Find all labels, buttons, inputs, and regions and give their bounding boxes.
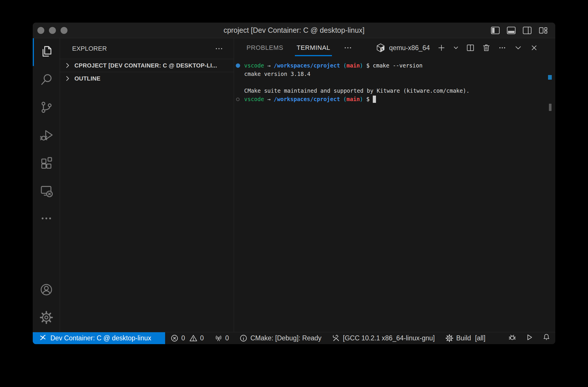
- warning-icon: [189, 334, 198, 342]
- split-terminal-icon[interactable]: [466, 43, 475, 52]
- chevron-right-icon: [64, 62, 71, 69]
- source-control-icon: [40, 101, 53, 115]
- cmake-status-label: CMake: [Debug]: Ready: [250, 334, 321, 342]
- build-target-label: [all]: [475, 334, 485, 342]
- terminal-more-actions-icon[interactable]: [498, 43, 507, 52]
- prompt-user: vscode: [244, 61, 264, 70]
- activity-bar: [33, 38, 60, 332]
- gear-icon: [445, 334, 454, 342]
- prompt-user: vscode: [244, 95, 264, 103]
- new-terminal-icon[interactable]: [437, 43, 446, 52]
- activity-accounts[interactable]: [33, 276, 60, 304]
- command-decoration-pending-icon: [236, 98, 240, 101]
- toggle-secondary-sidebar-icon[interactable]: [523, 26, 532, 34]
- sidebar-section-outline[interactable]: OUTLINE: [60, 72, 234, 85]
- prompt-branch: (main): [343, 95, 363, 103]
- typed-command: cmake --version: [373, 61, 423, 70]
- titlebar: cproject [Dev Container: C @ desktop-lin…: [33, 23, 555, 38]
- activity-run-debug[interactable]: [33, 122, 60, 149]
- panel-more-tabs-icon[interactable]: [344, 43, 352, 52]
- terminal-output-line: CMake suite maintained and supported by …: [234, 87, 555, 95]
- extensions-icon: [40, 156, 53, 171]
- cmake-build-button[interactable]: Build: [445, 334, 471, 342]
- terminal-command-line: vscode→/workspaces/cproject(main)$cmake …: [234, 61, 555, 70]
- terminal-output-line: cmake version 3.18.4: [234, 70, 555, 78]
- launch-profile-chevron-icon[interactable]: [453, 45, 459, 51]
- problems-warnings[interactable]: 0: [189, 334, 204, 342]
- tools-icon: [332, 334, 340, 342]
- error-icon: [170, 334, 179, 342]
- customize-layout-icon[interactable]: [538, 26, 548, 34]
- section-label: CPROJECT [DEV CONTAINER: C @ DESKTOP-LI.…: [74, 62, 217, 69]
- toggle-panel-icon[interactable]: [507, 26, 516, 34]
- files-icon: [40, 45, 53, 59]
- terminal-blank-line: [234, 78, 555, 87]
- prompt-branch: (main): [343, 61, 363, 70]
- panel-tab-bar: PROBLEMS TERMINAL: [234, 38, 555, 57]
- gear-icon: [40, 311, 53, 325]
- zoom-window-button[interactable]: [61, 27, 67, 34]
- vscode-window: cproject [Dev Container: C @ desktop-lin…: [33, 23, 555, 344]
- activity-source-control[interactable]: [33, 94, 60, 122]
- bug-icon[interactable]: [508, 333, 516, 343]
- kill-terminal-icon[interactable]: [482, 43, 491, 52]
- activity-search[interactable]: [33, 66, 60, 94]
- tab-problems[interactable]: PROBLEMS: [246, 38, 283, 57]
- debug-launch-play-icon[interactable]: [525, 333, 534, 343]
- prompt-symbol: $: [366, 95, 370, 103]
- remote-label: Dev Container: C @ desktop-linux: [50, 334, 151, 342]
- activity-extensions[interactable]: [33, 149, 60, 177]
- remote-indicator[interactable]: Dev Container: C @ desktop-linux: [33, 332, 165, 344]
- account-icon: [40, 283, 53, 297]
- activity-more-actions[interactable]: [33, 205, 60, 233]
- activity-settings[interactable]: [33, 304, 60, 332]
- remote-explorer-icon: [40, 184, 53, 198]
- prompt-cwd: /workspaces/cproject: [274, 95, 340, 103]
- toggle-primary-sidebar-icon[interactable]: [491, 26, 500, 34]
- error-count: 0: [181, 334, 185, 342]
- cmake-status[interactable]: CMake: [Debug]: Ready: [239, 334, 321, 342]
- warning-count: 0: [200, 334, 204, 342]
- prompt-cwd: /workspaces/cproject: [274, 61, 340, 70]
- minimize-window-button[interactable]: [49, 27, 56, 34]
- overview-ruler-command-mark: [548, 75, 552, 80]
- debug-icon: [40, 128, 53, 143]
- close-window-button[interactable]: [37, 27, 44, 34]
- prompt-arrow: →: [267, 61, 271, 70]
- terminal-cursor: [373, 96, 376, 103]
- window-controls: [37, 23, 67, 38]
- build-target[interactable]: [all]: [475, 334, 485, 342]
- search-icon: [40, 73, 53, 87]
- terminal-profile-name: qemu-x86_64: [389, 44, 430, 52]
- more-actions-icon: [40, 212, 53, 226]
- explorer-more-actions-icon[interactable]: [215, 44, 223, 53]
- notifications-bell-icon[interactable]: [542, 333, 551, 343]
- hide-panel-icon[interactable]: [514, 43, 523, 52]
- problems-errors[interactable]: 0: [170, 334, 185, 342]
- info-icon: [239, 334, 248, 342]
- radio-tower-icon: [214, 334, 223, 342]
- tab-terminal[interactable]: TERMINAL: [297, 38, 330, 57]
- bottom-panel: PROBLEMS TERMINAL: [234, 38, 555, 332]
- build-label: Build: [456, 334, 471, 342]
- activity-bar-spacer: [33, 233, 60, 276]
- sidebar-section-project[interactable]: CPROJECT [DEV CONTAINER: C @ DESKTOP-LI.…: [60, 59, 234, 72]
- remote-icon: [39, 334, 47, 343]
- kit-label: [GCC 10.2.1 x86_64-linux-gnu]: [343, 334, 435, 342]
- terminal-prompt-line: vscode→/workspaces/cproject(main)$: [234, 95, 555, 103]
- terminal-viewport[interactable]: vscode→/workspaces/cproject(main)$cmake …: [234, 57, 555, 332]
- terminal-profile[interactable]: $ qemu-x86_64: [376, 43, 430, 53]
- activity-remote-explorer[interactable]: [33, 177, 60, 205]
- activity-explorer[interactable]: [33, 38, 60, 66]
- cmake-kit[interactable]: [GCC 10.2.1 x86_64-linux-gnu]: [332, 334, 435, 342]
- close-panel-icon[interactable]: [530, 43, 538, 52]
- status-bar: Dev Container: C @ desktop-linux 0: [33, 332, 555, 344]
- chevron-right-icon: [64, 75, 71, 82]
- forwarded-ports[interactable]: 0: [214, 334, 229, 342]
- prompt-symbol: $: [366, 61, 370, 70]
- explorer-sidebar: EXPLORER CPROJECT [DEV CONTAINER: C @ DE…: [60, 38, 234, 332]
- terminal-scrollbar-thumb[interactable]: [549, 104, 552, 111]
- command-decoration-success-icon[interactable]: [236, 63, 240, 68]
- ports-count: 0: [225, 334, 229, 342]
- sidebar-title: EXPLORER: [72, 45, 107, 52]
